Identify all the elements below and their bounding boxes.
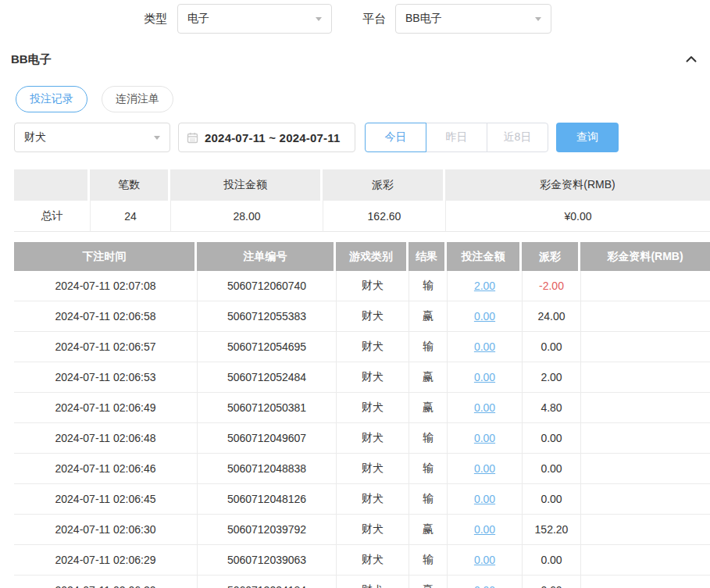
result-cell: 输 (409, 545, 447, 575)
order-number-cell: 5060712048126 (197, 484, 336, 514)
bet-amount-link[interactable]: 0.00 (474, 554, 495, 566)
summary-header-bonus: 彩金资料(RMB) (445, 169, 710, 201)
top-filter-row: 类型 电子 平台 BB电子 (0, 4, 710, 34)
section-title: BB电子 (11, 52, 52, 67)
header-bet-amount: 投注金额 (447, 242, 522, 271)
search-button[interactable]: 查询 (556, 123, 619, 152)
order-number-cell: 5060712054695 (197, 332, 336, 362)
payout-cell: 0.00 (522, 545, 580, 575)
order-number-cell: 5060712050381 (197, 393, 336, 422)
summary-total-label: 总计 (14, 201, 90, 232)
bet-amount-link[interactable]: 0.00 (474, 523, 495, 536)
payout-cell: 4.80 (522, 393, 580, 422)
bet-amount-cell: 0.00 (447, 454, 522, 483)
game-select[interactable]: 财犬 (14, 123, 170, 152)
table-row: 2024-07-11 02:06:455060712048126财犬输0.000… (14, 484, 710, 515)
type-select[interactable]: 电子 (177, 4, 332, 34)
table-header-row: 下注时间 注单编号 游戏类别 结果 投注金额 派彩 彩金资料(RMB) (14, 242, 710, 271)
summary-header-count: 笔数 (90, 169, 170, 201)
summary-header-row: 笔数 投注金额 派彩 彩金资料(RMB) (14, 169, 710, 201)
bonus-cell (580, 332, 710, 362)
bet-amount-link[interactable]: 0.00 (474, 340, 495, 353)
summary-total-count: 24 (90, 201, 170, 232)
payout-cell: 152.20 (522, 515, 580, 544)
table-row: 2024-07-11 02:06:295060712039063财犬输0.000… (14, 545, 710, 576)
bonus-cell (580, 423, 710, 453)
header-bet-time: 下注时间 (14, 242, 197, 271)
range-button-group: 今日 昨日 近8日 (365, 123, 548, 152)
table-row: 2024-07-11 02:06:575060712054695财犬输0.000… (14, 332, 710, 362)
order-number-cell: 5060712049607 (197, 423, 336, 453)
range-button-yesterday[interactable]: 昨日 (426, 123, 487, 152)
game-type-cell: 财犬 (336, 484, 409, 514)
order-number-cell: 5060712034184 (197, 576, 336, 588)
bet-time-cell: 2024-07-11 02:06:53 (14, 362, 197, 392)
platform-select-value: BB电子 (405, 12, 442, 26)
payout-cell: 0.00 (522, 454, 580, 483)
range-button-today[interactable]: 今日 (365, 123, 426, 152)
payout-cell: 0.00 (522, 484, 580, 514)
query-bar: 财犬 2024-07-11 ~ 2024-07-11 今日 昨日 近8日 查询 (14, 123, 710, 152)
summary-total-bonus: ¥0.00 (445, 201, 710, 232)
bet-amount-link[interactable]: 0.00 (474, 401, 495, 414)
header-payout: 派彩 (522, 242, 580, 271)
bonus-cell (580, 484, 710, 514)
tab-bet-records[interactable]: 投注记录 (16, 86, 87, 112)
bet-amount-link[interactable]: 0.00 (474, 432, 495, 444)
bonus-cell (580, 454, 710, 483)
result-cell: 赢 (409, 515, 447, 544)
tab-cancelled-orders[interactable]: 连消注单 (102, 86, 173, 112)
range-button-last8days[interactable]: 近8日 (487, 123, 548, 152)
bet-amount-cell: 0.00 (447, 332, 522, 362)
table-body: 2024-07-11 02:07:085060712060740财犬输2.00-… (14, 271, 710, 588)
bet-amount-link[interactable]: 2.00 (474, 280, 495, 292)
table-row: 2024-07-11 02:06:485060712049607财犬输0.000… (14, 423, 710, 454)
table-row: 2024-07-11 02:06:495060712050381财犬赢0.004… (14, 393, 710, 423)
result-cell: 赢 (409, 576, 447, 588)
section-header: BB电子 (11, 49, 699, 69)
header-game-type: 游戏类别 (336, 242, 409, 271)
bet-amount-cell: 2.00 (447, 271, 522, 301)
bet-time-cell: 2024-07-11 02:07:08 (14, 271, 197, 301)
result-cell: 赢 (409, 301, 447, 331)
bonus-cell (580, 515, 710, 544)
bet-amount-cell: 0.00 (447, 545, 522, 575)
bet-amount-cell: 0.00 (447, 515, 522, 544)
bet-amount-cell: 0.00 (447, 393, 522, 422)
chevron-down-icon (316, 17, 322, 21)
table-row: 2024-07-11 02:06:205060712034184财犬赢0.000… (14, 576, 710, 588)
date-range-value: 2024-07-11 ~ 2024-07-11 (205, 131, 341, 144)
summary-total-payout: 162.60 (323, 201, 445, 232)
bet-time-cell: 2024-07-11 02:06:20 (14, 576, 197, 588)
bet-amount-link[interactable]: 0.00 (474, 462, 495, 475)
table-row: 2024-07-11 02:06:305060712039792财犬赢0.001… (14, 515, 710, 545)
game-type-cell: 财犬 (336, 301, 409, 331)
bet-amount-cell: 0.00 (447, 301, 522, 331)
bet-amount-link[interactable]: 0.00 (474, 584, 495, 588)
header-order-number: 注单编号 (197, 242, 336, 271)
game-type-cell: 财犬 (336, 423, 409, 453)
game-type-cell: 财犬 (336, 271, 409, 301)
payout-cell: 24.00 (522, 301, 580, 331)
bet-amount-link[interactable]: 0.00 (474, 493, 495, 505)
platform-select[interactable]: BB电子 (395, 4, 551, 34)
result-cell: 赢 (409, 362, 447, 392)
bet-time-cell: 2024-07-11 02:06:46 (14, 454, 197, 483)
table-row: 2024-07-11 02:06:465060712048838财犬输0.000… (14, 454, 710, 484)
result-cell: 输 (409, 423, 447, 453)
order-number-cell: 5060712048838 (197, 454, 336, 483)
bet-amount-link[interactable]: 0.00 (474, 310, 495, 323)
summary-table: 笔数 投注金额 派彩 彩金资料(RMB) 总计 24 28.00 162.60 … (14, 169, 710, 232)
chevron-down-icon (535, 17, 541, 21)
bet-amount-link[interactable]: 0.00 (474, 371, 495, 383)
date-range-input[interactable]: 2024-07-11 ~ 2024-07-11 (178, 123, 355, 152)
summary-header-payout: 派彩 (323, 169, 445, 201)
game-type-cell: 财犬 (336, 515, 409, 544)
bet-time-cell: 2024-07-11 02:06:45 (14, 484, 197, 514)
chevron-up-icon (685, 53, 698, 66)
collapse-button[interactable] (683, 52, 699, 67)
table-row: 2024-07-11 02:06:535060712052484财犬赢0.002… (14, 362, 710, 393)
order-number-cell: 5060712052484 (197, 362, 336, 392)
chevron-down-icon (154, 136, 160, 140)
game-type-cell: 财犬 (336, 393, 409, 422)
